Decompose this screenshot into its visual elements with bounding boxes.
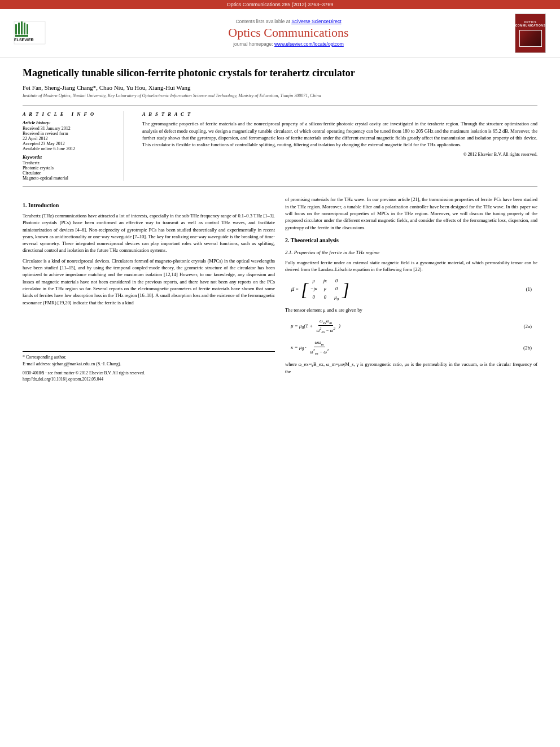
history-label: Article history: bbox=[23, 120, 117, 125]
copyright-line: © 2012 Elsevier B.V. All rights reserved… bbox=[142, 152, 537, 157]
body-left-column: 1. Introduction Terahertz (THz) communic… bbox=[23, 196, 275, 383]
abstract-text: The gyromagnetic properties of ferrite m… bbox=[142, 120, 537, 148]
theory-para1: Fully magnetized ferrite under an extern… bbox=[285, 259, 537, 273]
license-line: 0030-4018/$ - see front matter © 2012 El… bbox=[23, 370, 275, 377]
received-revised-date: 22 April 2012 bbox=[23, 136, 117, 141]
doi-line: http://dx.doi.org/10.1016/j.optcom.2012.… bbox=[23, 377, 275, 383]
svg-rect-5 bbox=[27, 24, 28, 34]
email-label: E-mail address: bbox=[23, 361, 51, 366]
meta-section: A R T I C L E I N F O Article history: R… bbox=[23, 105, 537, 187]
section1-heading: 1. Introduction bbox=[23, 202, 275, 210]
equation-2b-block: κ = μ0 · ωωm ω2ex − ω2 (2b) bbox=[285, 339, 537, 356]
affiliation: Institute of Modern Optics, Nankai Unive… bbox=[23, 93, 537, 98]
abstract-heading: A B S T R A C T bbox=[142, 111, 537, 117]
keyword-2: Photonic crystals bbox=[23, 165, 117, 171]
email-address: sjchang@nankai.edu.cn (S.-J. Chang). bbox=[52, 361, 121, 366]
equation-1-block: μ̃ = [ μjκ0 −jκμ0 00μ0 ] (1) bbox=[285, 277, 537, 302]
main-content: Magnetically tunable silicon-ferrite pho… bbox=[0, 58, 560, 391]
elsevier-logo: ELSEVIER bbox=[11, 19, 62, 48]
eq2a-number: (2a) bbox=[524, 323, 532, 330]
body-right-column: of promising materials for the THz wave.… bbox=[285, 196, 537, 383]
corresponding-note: * Corresponding author. bbox=[23, 354, 275, 361]
theory-para2: The tensor element μ and κ are given by bbox=[285, 307, 537, 313]
eq2b-number: (2b) bbox=[523, 344, 532, 352]
keyword-3: Circulator bbox=[23, 171, 117, 176]
intro-para1: Terahertz (THz) communications have attr… bbox=[23, 212, 275, 254]
theory-para3: where ω_ex=γB_ex, ω_m=μ₀γM_s, γ is gyrom… bbox=[285, 361, 537, 375]
body-columns: 1. Introduction Terahertz (THz) communic… bbox=[23, 196, 537, 383]
keyword-1: Terahertz bbox=[23, 160, 117, 165]
keyword-4: Magneto-optical material bbox=[23, 176, 117, 181]
journal-reference-bar: Optics Communications 285 (2012) 3763–37… bbox=[0, 0, 560, 9]
abstract-panel: A B S T R A C T The gyromagnetic propert… bbox=[135, 111, 537, 181]
paper-title: Magnetically tunable silicon-ferrite pho… bbox=[23, 67, 537, 80]
intro-para2: Circulator is a kind of nonreciprocal de… bbox=[23, 257, 275, 306]
footnote-area: * Corresponding author. E-mail address: … bbox=[23, 351, 275, 367]
eq2b-content: κ = μ0 · ωωm ω2ex − ω2 bbox=[291, 339, 523, 356]
journal-title-display: Optics Communications bbox=[73, 25, 504, 40]
sciverse-link[interactable]: SciVerse ScienceDirect bbox=[291, 19, 341, 24]
received-date1: Received 31 January 2012 bbox=[23, 126, 117, 131]
right-intro-para1: of promising materials for the THz wave.… bbox=[285, 196, 537, 231]
matrix-equation: μ̃ = [ μjκ0 −jκμ0 00μ0 ] bbox=[291, 277, 526, 302]
svg-rect-3 bbox=[21, 21, 23, 34]
journal-header-center: Contents lists available at SciVerse Sci… bbox=[73, 19, 504, 48]
svg-text:ELSEVIER: ELSEVIER bbox=[14, 38, 34, 42]
subsection2-1-heading: 2.1. Properties of the ferrite in the TH… bbox=[285, 249, 537, 256]
equation-2a-block: μ = μ0(1 + ωexωm ω2ex − ω2 ) (2a) bbox=[285, 318, 537, 335]
svg-rect-6 bbox=[15, 35, 28, 37]
homepage-link[interactable]: www.elsevier.com/locate/optcom bbox=[274, 41, 344, 47]
authors-line: Fei Fan, Sheng-Jiang Chang*, Chao Niu, Y… bbox=[23, 84, 537, 91]
accepted-date: Accepted 23 May 2012 bbox=[23, 141, 117, 146]
svg-rect-1 bbox=[15, 24, 17, 34]
bottom-info: 0030-4018/$ - see front matter © 2012 El… bbox=[23, 370, 275, 383]
journal-header: ELSEVIER Contents lists available at Sci… bbox=[0, 9, 560, 58]
contents-available-line: Contents lists available at SciVerse Sci… bbox=[73, 19, 504, 24]
svg-rect-2 bbox=[18, 23, 20, 34]
keywords-label: Keywords: bbox=[23, 155, 117, 160]
eq2a-content: μ = μ0(1 + ωexωm ω2ex − ω2 ) bbox=[291, 318, 524, 335]
email-line: E-mail address: sjchang@nankai.edu.cn (S… bbox=[23, 361, 275, 368]
homepage-line: journal homepage: www.elsevier.com/locat… bbox=[73, 41, 504, 47]
journal-reference-text: Optics Communications 285 (2012) 3763–37… bbox=[227, 2, 334, 7]
eq1-number: (1) bbox=[526, 286, 532, 293]
journal-cover-image: OPTICSCOMMUNICATIONS bbox=[515, 14, 549, 53]
svg-rect-4 bbox=[24, 23, 25, 34]
available-date: Available online 6 June 2012 bbox=[23, 146, 117, 151]
article-info-panel: A R T I C L E I N F O Article history: R… bbox=[23, 111, 124, 181]
section2-heading: 2. Theoretical analysis bbox=[285, 237, 537, 245]
article-info-heading: A R T I C L E I N F O bbox=[23, 111, 117, 117]
received-revised-label: Received in revised form bbox=[23, 131, 117, 136]
